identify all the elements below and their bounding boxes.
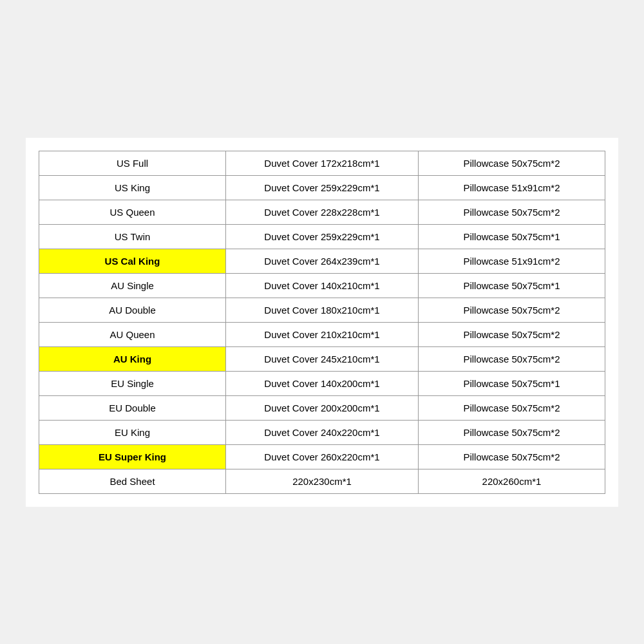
cell-name: AU Single (39, 273, 226, 298)
cell-duvet: Duvet Cover 245x210cm*1 (226, 346, 419, 371)
cell-pillow: Pillowcase 50x75cm*2 (418, 395, 605, 420)
cell-duvet: Duvet Cover 140x210cm*1 (226, 273, 419, 298)
cell-pillow: 220x260cm*1 (418, 469, 605, 493)
table-row: Bed Sheet220x230cm*1220x260cm*1 (39, 469, 605, 493)
cell-pillow: Pillowcase 50x75cm*1 (418, 273, 605, 298)
cell-name: US Queen (39, 200, 226, 224)
table-row: AU SingleDuvet Cover 140x210cm*1Pillowca… (39, 273, 605, 298)
cell-duvet: Duvet Cover 200x200cm*1 (226, 395, 419, 420)
cell-duvet: Duvet Cover 228x228cm*1 (226, 200, 419, 224)
cell-name: EU Double (39, 395, 226, 420)
cell-name: EU King (39, 420, 226, 444)
cell-pillow: Pillowcase 50x75cm*2 (418, 200, 605, 224)
cell-duvet: Duvet Cover 259x229cm*1 (226, 224, 419, 249)
cell-name: US Twin (39, 224, 226, 249)
table-row: EU DoubleDuvet Cover 200x200cm*1Pillowca… (39, 395, 605, 420)
main-container: US FullDuvet Cover 172x218cm*1Pillowcase… (26, 138, 618, 507)
cell-name: EU Super King (39, 444, 226, 469)
cell-duvet: Duvet Cover 264x239cm*1 (226, 249, 419, 273)
cell-pillow: Pillowcase 50x75cm*2 (418, 420, 605, 444)
cell-name: AU King (39, 346, 226, 371)
table-row: US FullDuvet Cover 172x218cm*1Pillowcase… (39, 151, 605, 175)
table-row: US TwinDuvet Cover 259x229cm*1Pillowcase… (39, 224, 605, 249)
cell-pillow: Pillowcase 50x75cm*2 (418, 346, 605, 371)
cell-duvet: Duvet Cover 172x218cm*1 (226, 151, 419, 175)
cell-pillow: Pillowcase 50x75cm*2 (418, 322, 605, 346)
table-row: US Cal KingDuvet Cover 264x239cm*1Pillow… (39, 249, 605, 273)
cell-name: Bed Sheet (39, 469, 226, 493)
cell-name: EU Single (39, 371, 226, 395)
cell-name: AU Queen (39, 322, 226, 346)
cell-duvet: Duvet Cover 259x229cm*1 (226, 175, 419, 200)
table-row: EU KingDuvet Cover 240x220cm*1Pillowcase… (39, 420, 605, 444)
table-row: US KingDuvet Cover 259x229cm*1Pillowcase… (39, 175, 605, 200)
cell-duvet: Duvet Cover 240x220cm*1 (226, 420, 419, 444)
cell-duvet: Duvet Cover 260x220cm*1 (226, 444, 419, 469)
cell-duvet: Duvet Cover 180x210cm*1 (226, 298, 419, 322)
cell-pillow: Pillowcase 50x75cm*2 (418, 298, 605, 322)
cell-pillow: Pillowcase 51x91cm*2 (418, 175, 605, 200)
cell-pillow: Pillowcase 50x75cm*1 (418, 371, 605, 395)
cell-pillow: Pillowcase 50x75cm*2 (418, 151, 605, 175)
cell-name: US Cal King (39, 249, 226, 273)
cell-duvet: Duvet Cover 140x200cm*1 (226, 371, 419, 395)
cell-duvet: Duvet Cover 210x210cm*1 (226, 322, 419, 346)
cell-pillow: Pillowcase 51x91cm*2 (418, 249, 605, 273)
table-row: US QueenDuvet Cover 228x228cm*1Pillowcas… (39, 200, 605, 224)
cell-pillow: Pillowcase 50x75cm*1 (418, 224, 605, 249)
cell-name: US King (39, 175, 226, 200)
table-row: EU SingleDuvet Cover 140x200cm*1Pillowca… (39, 371, 605, 395)
table-row: AU KingDuvet Cover 245x210cm*1Pillowcase… (39, 346, 605, 371)
cell-pillow: Pillowcase 50x75cm*2 (418, 444, 605, 469)
table-row: AU QueenDuvet Cover 210x210cm*1Pillowcas… (39, 322, 605, 346)
size-table: US FullDuvet Cover 172x218cm*1Pillowcase… (39, 151, 605, 494)
table-row: EU Super KingDuvet Cover 260x220cm*1Pill… (39, 444, 605, 469)
cell-duvet: 220x230cm*1 (226, 469, 419, 493)
cell-name: US Full (39, 151, 226, 175)
table-row: AU DoubleDuvet Cover 180x210cm*1Pillowca… (39, 298, 605, 322)
cell-name: AU Double (39, 298, 226, 322)
